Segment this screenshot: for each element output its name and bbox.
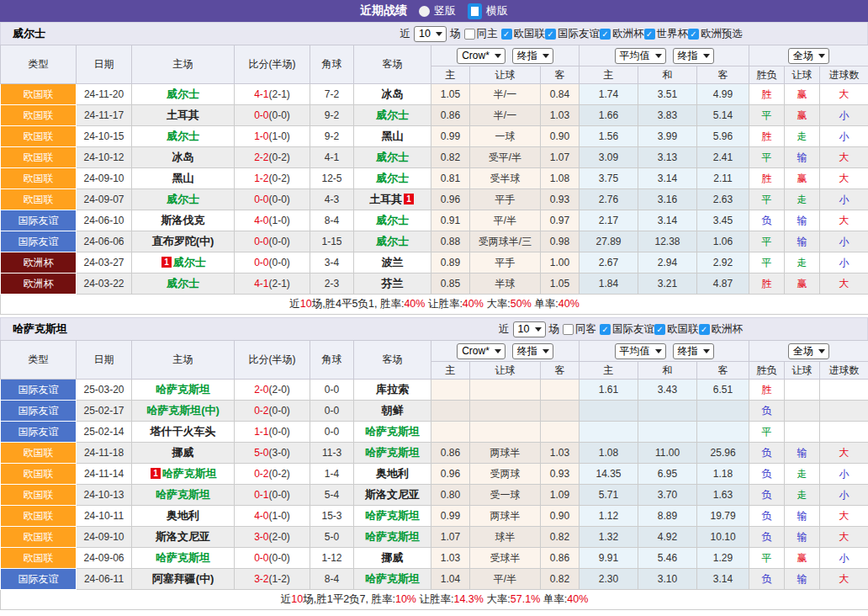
home-team-name[interactable]: 斯洛伐克 xyxy=(161,214,205,226)
corner-score: 9-2 xyxy=(310,126,354,147)
avg-time-select[interactable]: 终指 xyxy=(673,343,714,359)
checkbox-checked-icon[interactable]: ✓ xyxy=(688,29,699,40)
home-team-name[interactable]: 哈萨克斯坦(中) xyxy=(146,404,220,417)
match-date: 24-11-17 xyxy=(77,105,132,126)
home-team-cell: 威尔士 xyxy=(132,126,235,147)
checkbox-checked-icon[interactable]: ✓ xyxy=(644,29,655,40)
fulltime-score: 3-0 xyxy=(254,531,268,543)
away-team-name[interactable]: 哈萨克斯坦 xyxy=(365,509,420,522)
handicap-odds-home: 0.89 xyxy=(431,252,470,273)
home-team-name[interactable]: 土耳其 xyxy=(167,109,199,121)
league-checkbox[interactable]: ✓欧洲杯 xyxy=(600,27,644,41)
home-team-name[interactable]: 冰岛 xyxy=(172,151,194,163)
odds-time-select[interactable]: 终指 xyxy=(512,48,553,64)
odds-time-select[interactable]: 终指 xyxy=(512,343,553,359)
league-checkbox[interactable]: ✓欧国联 xyxy=(501,27,546,41)
subcol-avg-draw: 和 xyxy=(638,66,697,84)
away-team-name[interactable]: 奥地利 xyxy=(376,467,409,480)
home-team-name[interactable]: 阿塞拜疆(中) xyxy=(152,572,214,585)
corner-score: 0-0 xyxy=(310,380,354,401)
away-team-name[interactable]: 威尔士 xyxy=(376,214,409,226)
avg-odds-home: 2.17 xyxy=(580,210,638,231)
radio-selected-icon[interactable] xyxy=(468,3,482,19)
away-team-name[interactable]: 哈萨克斯坦 xyxy=(365,572,420,585)
home-team-name[interactable]: 黑山 xyxy=(172,172,194,184)
team-name[interactable]: 哈萨克斯坦 xyxy=(13,321,67,337)
odds-company-select[interactable]: Crow* xyxy=(457,343,505,359)
home-team-name[interactable]: 威尔士 xyxy=(167,130,199,142)
match-filter: 近 10 场 同客 ✓国际友谊✓欧国联✓欧洲杯 xyxy=(499,321,743,337)
away-team-name[interactable]: 威尔士 xyxy=(376,151,409,163)
goals-cell: 小 xyxy=(820,548,868,569)
checkbox-unchecked-icon[interactable] xyxy=(464,29,475,40)
home-team-name[interactable]: 斯洛文尼亚 xyxy=(156,530,210,543)
checkbox-checked-icon[interactable]: ✓ xyxy=(600,324,611,335)
away-team-name[interactable]: 哈萨克斯坦 xyxy=(365,425,420,438)
summary-text: 10% xyxy=(395,593,416,605)
same-venue-checkbox[interactable]: 同主 xyxy=(464,27,498,41)
games-label: 场 xyxy=(549,322,560,337)
home-team-name[interactable]: 挪威 xyxy=(172,446,194,459)
away-team-name[interactable]: 库拉索 xyxy=(376,383,409,396)
away-team-name[interactable]: 波兰 xyxy=(382,256,404,268)
avg-odds-select[interactable]: 平均值 xyxy=(615,343,666,359)
view-option-vertical[interactable]: 竖版 xyxy=(419,3,456,19)
home-team-name[interactable]: 哈萨克斯坦 xyxy=(156,551,210,564)
league-checkbox[interactable]: ✓国际友谊 xyxy=(545,27,600,41)
checkbox-checked-icon[interactable]: ✓ xyxy=(600,29,611,40)
away-team-name[interactable]: 哈萨克斯坦 xyxy=(365,446,420,459)
home-team-name[interactable]: 塔什干火车头 xyxy=(151,425,216,438)
match-row: 欧国联24-10-13哈萨克斯坦0-1(0-0)5-4斯洛文尼亚0.80受一球1… xyxy=(1,485,868,506)
checkbox-checked-icon[interactable]: ✓ xyxy=(699,324,710,335)
home-team-name[interactable]: 威尔士 xyxy=(167,277,199,289)
recent-count-select[interactable]: 10 xyxy=(414,26,447,42)
home-team-name[interactable]: 奥地利 xyxy=(167,509,199,522)
away-team-name[interactable]: 芬兰 xyxy=(382,277,404,289)
away-team-name[interactable]: 黑山 xyxy=(382,130,404,142)
avg-odds-home: 1.74 xyxy=(580,84,638,105)
odds-company-select[interactable]: Crow* xyxy=(457,48,505,64)
away-team-name[interactable]: 挪威 xyxy=(382,551,404,564)
view-option-horizontal[interactable]: 横版 xyxy=(468,3,508,19)
home-team-name[interactable]: 哈萨克斯坦 xyxy=(156,488,210,501)
same-venue-checkbox[interactable]: 同客 xyxy=(563,322,596,337)
league-checkbox[interactable]: ✓欧洲杯 xyxy=(699,322,744,337)
home-team-name[interactable]: 哈萨克斯坦 xyxy=(162,467,217,480)
team-name[interactable]: 威尔士 xyxy=(13,26,45,41)
home-team-name[interactable]: 威尔士 xyxy=(167,88,199,100)
match-row: 欧国联24-10-12冰岛2-2(0-2)4-1威尔士0.82受平/半1.073… xyxy=(1,147,868,168)
league-checkbox[interactable]: ✓欧洲预选 xyxy=(688,27,743,41)
league-checkbox[interactable]: ✓世界杯 xyxy=(644,27,689,41)
avg-odds-away: 10.10 xyxy=(697,527,749,548)
fulltime-score: 0-0 xyxy=(254,109,268,121)
home-team-name[interactable]: 威尔士 xyxy=(167,193,199,205)
home-team-name[interactable]: 哈萨克斯坦 xyxy=(156,383,210,396)
away-team-name[interactable]: 威尔士 xyxy=(376,235,409,247)
handicap-odds-away: 1.08 xyxy=(541,168,580,189)
checkbox-checked-icon[interactable]: ✓ xyxy=(501,29,512,40)
avg-odds-draw: 6.95 xyxy=(638,464,697,485)
away-team-name[interactable]: 斯洛文尼亚 xyxy=(365,488,420,501)
avg-odds-select[interactable]: 平均值 xyxy=(615,48,666,64)
home-team-name[interactable]: 威尔士 xyxy=(173,256,206,268)
away-team-name[interactable]: 冰岛 xyxy=(382,88,404,100)
recent-count-select[interactable]: 10 xyxy=(513,321,546,337)
radio-unselected-icon[interactable] xyxy=(419,6,430,17)
checkbox-checked-icon[interactable]: ✓ xyxy=(545,29,556,40)
away-team-name[interactable]: 土耳其 xyxy=(369,193,402,205)
league-checkbox[interactable]: ✓欧国联 xyxy=(654,322,699,337)
checkbox-checked-icon[interactable]: ✓ xyxy=(654,324,665,335)
avg-time-select[interactable]: 终指 xyxy=(673,48,714,64)
scope-select[interactable]: 全场 xyxy=(788,343,829,359)
away-team-name[interactable]: 朝鲜 xyxy=(382,404,404,417)
checkbox-unchecked-icon[interactable] xyxy=(563,324,574,335)
away-team-cell: 哈萨克斯坦 xyxy=(354,527,431,548)
away-team-name[interactable]: 威尔士 xyxy=(376,172,409,184)
avg-odds-draw: 3.21 xyxy=(638,273,697,295)
scope-select[interactable]: 全场 xyxy=(788,48,829,64)
handicap-line: 两球半 xyxy=(470,506,541,527)
home-team-name[interactable]: 直布罗陀(中) xyxy=(152,235,214,247)
league-checkbox[interactable]: ✓国际友谊 xyxy=(600,322,654,337)
away-team-name[interactable]: 威尔士 xyxy=(376,109,409,121)
away-team-name[interactable]: 哈萨克斯坦 xyxy=(365,530,420,543)
